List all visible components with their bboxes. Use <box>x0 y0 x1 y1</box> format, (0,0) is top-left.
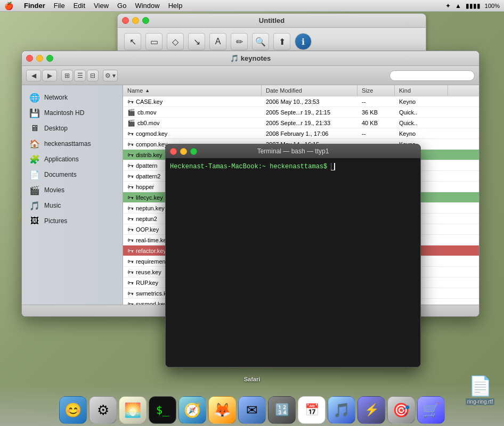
finder-titlebar: 🎵 keynotes <box>22 51 479 66</box>
menubar-go[interactable]: Go <box>117 2 126 10</box>
terminal-body[interactable]: Heckenast-Tamas-MacBook:~ heckenasttamas… <box>166 158 420 367</box>
finder-close-button[interactable] <box>26 55 33 62</box>
finder-maximize-button[interactable] <box>46 55 53 62</box>
sidebar-item-network[interactable]: 🌐 Network <box>24 90 120 105</box>
sidebar-item-documents[interactable]: 📄 Documents <box>24 167 120 182</box>
untitled-toolbar-zoom[interactable]: 🔍 <box>252 33 269 50</box>
sidebar-item-pictures[interactable]: 🖼 Pictures <box>24 214 120 228</box>
sidebar-label-heckenasttamas: heckenasttamas <box>44 140 91 148</box>
file-size-cell: -- <box>357 129 395 138</box>
file-name-text: compon.key <box>136 141 167 148</box>
finder-column-view-button[interactable]: ⊟ <box>87 70 99 81</box>
dock-item-dashboard[interactable]: ⚡ <box>357 396 385 424</box>
terminal-hostname: Heckenast-Tamas-MacBook:~ heckenasttamas… <box>170 163 331 170</box>
terminal-minimize-button[interactable] <box>180 148 187 155</box>
finder-list-view-button[interactable]: ☰ <box>74 70 86 81</box>
file-type-icon: 🎬 <box>127 109 135 116</box>
iphoto-dock-icon: 🌅 <box>119 396 147 424</box>
file-kind-cell: Quick.. <box>395 119 448 127</box>
finder-icon-view-button[interactable]: ⊞ <box>61 70 73 81</box>
terminal-titlebar: Terminal — bash — ttyp1 <box>166 144 420 158</box>
untitled-window-buttons <box>122 17 149 24</box>
file-date-cell: 2005 Septe...r 19., 21:15 <box>262 108 357 117</box>
finder-view-buttons: ⊞ ☰ ⊟ <box>61 70 99 81</box>
untitled-maximize-button[interactable] <box>142 17 149 24</box>
dock-item-firefox[interactable]: 🦊 <box>208 396 236 424</box>
sidebar-label-applications: Applications <box>44 155 79 163</box>
dock-item-system-prefs[interactable]: ⚙ <box>89 396 117 424</box>
bluetooth-icon[interactable]: ✦ <box>445 2 451 10</box>
finder-back-button[interactable]: ◀ <box>26 70 41 81</box>
finder-minimize-button[interactable] <box>36 55 43 62</box>
home-icon: 🏠 <box>29 138 40 149</box>
menubar-finder[interactable]: Finder <box>24 2 45 10</box>
column-header-size[interactable]: Size <box>357 85 395 96</box>
sidebar-item-applications[interactable]: 🧩 Applications <box>24 152 120 167</box>
untitled-toolbar-pen[interactable]: ✏ <box>231 33 248 50</box>
terminal-close-button[interactable] <box>170 148 177 155</box>
untitled-toolbar-info[interactable]: ℹ <box>295 33 312 50</box>
dock-item-terminal[interactable]: $_ <box>149 396 176 424</box>
menubar-edit[interactable]: Edit <box>74 2 85 10</box>
file-name-text: hopper <box>136 184 154 190</box>
finder-action-button[interactable]: ⚙ ▾ <box>103 70 118 81</box>
file-name-text: real-time.key <box>136 237 169 243</box>
dock-item-itunes[interactable]: 🎵 <box>328 396 355 424</box>
menubar-window[interactable]: Window <box>135 2 159 10</box>
dock-item-iphoto[interactable]: 🌅 <box>119 396 147 424</box>
untitled-close-button[interactable] <box>122 17 129 24</box>
sidebar-item-music[interactable]: 🎵 Music <box>24 198 120 213</box>
dock-item-finder[interactable]: 😊 <box>59 396 87 424</box>
file-name-text: neptun.key <box>136 205 165 211</box>
apple-menu[interactable]: 🍎 <box>4 2 13 10</box>
file-row[interactable]: 🗝 CASE.key 2006 May 10., 23:53 -- Keyno <box>123 96 479 107</box>
finder-title-icon: 🎵 <box>230 54 239 62</box>
desktop-icon: 🖥 <box>29 123 40 134</box>
file-name-text: cb0.mov <box>137 120 160 126</box>
untitled-toolbar-text[interactable]: A <box>209 33 226 50</box>
sidebar-item-macintosh-hd[interactable]: 💾 Macintosh HD <box>24 105 120 120</box>
dock-item-safari[interactable]: 🧭 <box>178 396 206 424</box>
file-name-text: cogmod.key <box>136 130 167 137</box>
untitled-toolbar-arrow[interactable]: ↘ <box>188 33 205 50</box>
column-header-name[interactable]: Name ▲ <box>123 85 262 96</box>
finder-search-input[interactable] <box>389 70 475 81</box>
file-kind-cell: Keyno <box>395 97 448 106</box>
dock-item-appstore[interactable]: 🛒 <box>417 396 445 424</box>
wifi-icon[interactable]: ▲ <box>455 2 461 10</box>
finder-forward-button[interactable]: ▶ <box>42 70 57 81</box>
system-prefs-dock-icon: ⚙ <box>89 396 117 424</box>
file-name-text: refactor.key <box>136 248 166 254</box>
untitled-toolbar-upload[interactable]: ⬆ <box>273 33 290 50</box>
ical-dock-icon: 📅 <box>298 396 326 424</box>
menubar-file[interactable]: File <box>54 2 65 10</box>
file-row[interactable]: 🎬 cb.mov 2005 Septe...r 19., 21:15 36 KB… <box>123 107 479 118</box>
untitled-toolbar-diamond[interactable]: ◇ <box>167 33 184 50</box>
sidebar-label-documents: Documents <box>44 171 77 178</box>
finder-window-buttons <box>26 55 53 62</box>
file-name-text: reuse.key <box>136 269 161 275</box>
terminal-maximize-button[interactable] <box>190 148 197 155</box>
file-type-icon: 🗝 <box>127 258 134 265</box>
dock-item-keynote[interactable]: 🎯 <box>387 396 415 424</box>
file-size-cell: 36 KB <box>357 108 395 117</box>
file-type-icon: 🗝 <box>127 247 134 255</box>
column-header-kind[interactable]: Kind <box>395 85 448 96</box>
sidebar-item-desktop[interactable]: 🖥 Desktop <box>24 121 120 136</box>
dock-item-mail[interactable]: ✉ <box>238 396 266 424</box>
menubar-help[interactable]: Help <box>168 2 183 10</box>
sidebar-item-heckenasttamas[interactable]: 🏠 heckenasttamas <box>24 136 120 151</box>
dock-item-calculator[interactable]: 🔢 <box>268 396 296 424</box>
column-header-date[interactable]: Date Modified <box>262 85 357 96</box>
file-row[interactable]: 🎬 cb0.mov 2005 Septe...r 19., 21:33 40 K… <box>123 118 479 128</box>
untitled-toolbar-cursor[interactable]: ↖ <box>124 33 141 50</box>
menubar: 🍎 Finder File Edit View Go Window Help ✦… <box>0 0 504 12</box>
file-row[interactable]: 🗝 cogmod.key 2008 February 1., 17:06 -- … <box>123 128 479 139</box>
sidebar-item-movies[interactable]: 🎬 Movies <box>24 183 120 198</box>
menubar-view[interactable]: View <box>94 2 109 10</box>
dock-item-ical[interactable]: 📅 <box>298 396 326 424</box>
file-name-text: CASE.key <box>136 99 162 105</box>
untitled-toolbar-rect[interactable]: ▭ <box>145 33 162 50</box>
untitled-minimize-button[interactable] <box>132 17 139 24</box>
battery-icon[interactable]: ▮▮▮▮ <box>466 2 481 10</box>
